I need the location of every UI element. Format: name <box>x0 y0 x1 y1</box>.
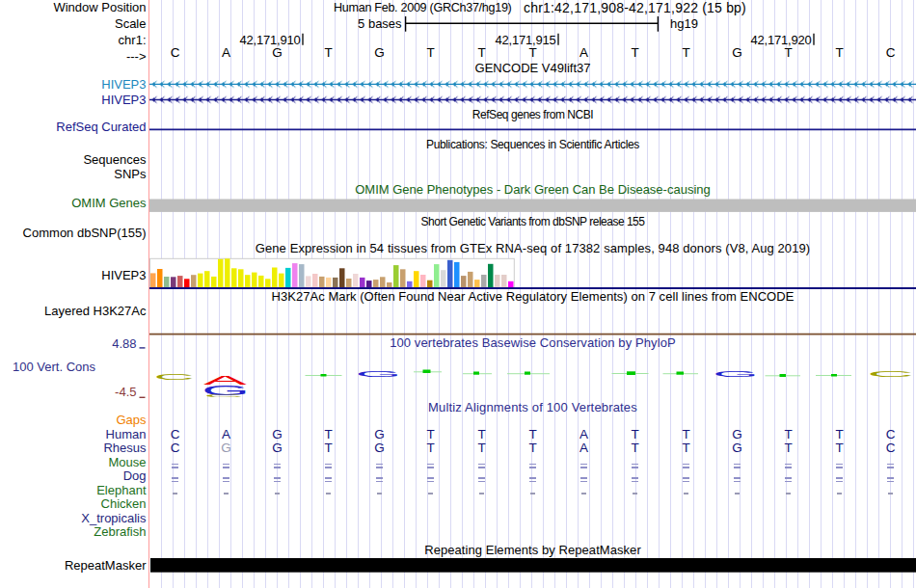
svg-text:G: G <box>713 369 759 378</box>
svg-text:C: C <box>153 372 194 381</box>
svg-text:C: C <box>867 370 914 379</box>
svg-text:G: G <box>356 369 402 379</box>
svg-text:C: C <box>204 394 244 398</box>
